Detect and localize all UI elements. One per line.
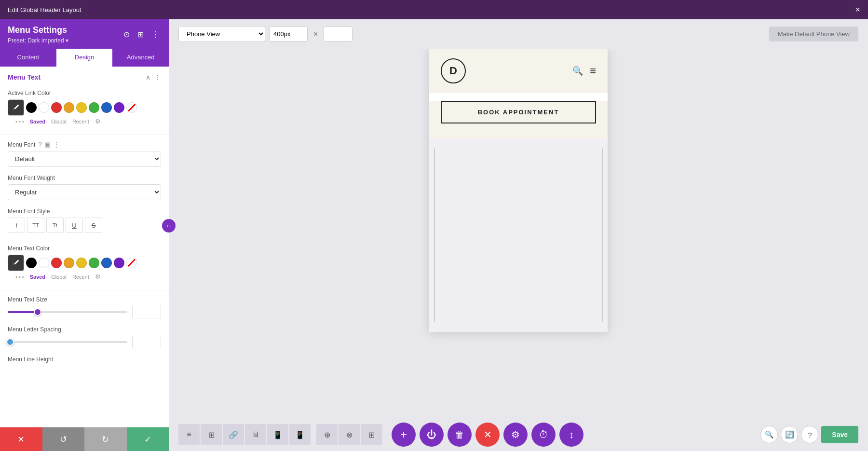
save-button[interactable]: Save [821, 426, 858, 443]
toolbar-cross-small-button[interactable]: ⊗ [339, 424, 360, 445]
color-swatch-black[interactable] [26, 102, 37, 113]
text-color-tab-dots[interactable]: • • • [15, 274, 24, 280]
toolbar-left-group: ≡ ⊞ 🔗 🖥 📱 📱 [178, 424, 311, 445]
text-color-swatch-transparent[interactable] [126, 258, 137, 268]
menu-line-height-setting: Menu Line Height [0, 352, 169, 369]
panel-icon-more[interactable]: ⋮ [149, 29, 161, 40]
color-swatch-blue[interactable] [101, 102, 112, 113]
menu-letter-spacing-setting: Menu Letter Spacing 0px [0, 322, 169, 352]
toolbar-delete-button[interactable]: 🗑 [448, 423, 472, 447]
letter-spacing-slider-thumb[interactable] [6, 338, 14, 346]
text-color-tab-recent[interactable]: Recent [72, 274, 89, 280]
canvas-area: Phone View Tablet View Desktop View × Ma… [169, 19, 868, 451]
toolbar-tablet-button[interactable]: 📱 [267, 424, 288, 445]
panel-resize-handle[interactable]: ↔ [162, 219, 176, 232]
text-color-tab-global[interactable]: Global [51, 274, 67, 280]
menu-text-size-label: Menu Text Size [8, 296, 161, 303]
text-color-tab-saved[interactable]: Saved [30, 274, 45, 280]
font-device-icon[interactable]: ▣ [45, 141, 51, 148]
text-size-slider-thumb[interactable] [34, 308, 41, 316]
toolbar-search-icon-button[interactable]: 🔍 [760, 426, 778, 443]
text-size-value-input[interactable]: 16px [132, 306, 161, 318]
toolbar-plus-small-button[interactable]: ⊕ [316, 424, 338, 445]
toolbar-refresh-icon-button[interactable]: 🔄 [781, 426, 798, 443]
top-bar-close-button[interactable]: × [855, 5, 860, 14]
section-collapse-button[interactable]: ∧ [146, 73, 150, 81]
menu-font-style-setting: Menu Font Style I TT Tt U S [0, 204, 169, 237]
toolbar-desktop-button[interactable]: 🖥 [245, 424, 266, 445]
text-color-picker-button[interactable] [8, 255, 24, 271]
undo-button[interactable]: ↺ [42, 427, 85, 451]
panel-preset[interactable]: Preset: Dark imported ▾ [8, 37, 122, 44]
search-icon[interactable]: 🔍 [572, 66, 583, 76]
text-color-swatch-red[interactable] [51, 258, 62, 268]
panel-icon-grid[interactable]: ⊞ [136, 29, 146, 40]
toolbar-link-button[interactable]: 🔗 [223, 424, 244, 445]
panel-icon-settings[interactable]: ⊙ [122, 29, 132, 40]
toolbar-menu-button[interactable]: ≡ [178, 424, 200, 445]
tab-advanced[interactable]: Advanced [112, 49, 169, 67]
view-extra-input[interactable] [324, 27, 353, 41]
section-more-button[interactable]: ⋮ [154, 73, 161, 81]
letter-spacing-slider-track[interactable] [8, 341, 127, 343]
toolbar-settings-button[interactable]: ⚙ [503, 423, 528, 447]
text-color-swatch-yellow[interactable] [76, 258, 87, 268]
book-appointment-button[interactable]: BOOK APPOINTMENT [441, 101, 596, 123]
text-color-swatch-orange[interactable] [64, 258, 74, 268]
text-size-slider-track[interactable] [8, 311, 127, 313]
color-swatch-white[interactable] [39, 102, 49, 113]
hamburger-menu-icon[interactable]: ≡ [590, 65, 596, 77]
toolbar-sort-button[interactable]: ↕ [559, 423, 583, 447]
font-style-uppercase[interactable]: TT [27, 218, 44, 233]
view-width-input[interactable] [269, 27, 308, 41]
close-discard-button[interactable]: ✕ [0, 427, 42, 451]
color-swatch-green[interactable] [89, 102, 99, 113]
view-width-clear-button[interactable]: × [312, 30, 320, 39]
menu-text-size-setting: Menu Text Size 16px [0, 292, 169, 322]
color-picker-button[interactable] [8, 99, 24, 116]
color-tab-saved[interactable]: Saved [30, 119, 45, 124]
toolbar-phone-button[interactable]: 📱 [289, 424, 311, 445]
color-tab-recent[interactable]: Recent [72, 119, 89, 124]
tab-design[interactable]: Design [56, 49, 113, 67]
letter-spacing-value-input[interactable]: 0px [132, 336, 161, 348]
toolbar-power-button[interactable]: ⏻ [420, 423, 444, 447]
color-tab-dots[interactable]: • • • [15, 119, 24, 124]
panel-title: Menu Settings [8, 25, 122, 35]
text-color-swatch-blue[interactable] [101, 258, 112, 268]
color-tab-global[interactable]: Global [51, 119, 67, 124]
font-more-icon[interactable]: ⋮ [54, 141, 60, 148]
redo-button[interactable]: ↻ [84, 427, 127, 451]
save-check-button[interactable]: ✓ [127, 427, 169, 451]
menu-font-weight-select[interactable]: Regular Bold Light [8, 184, 161, 200]
font-help-icon[interactable]: ? [38, 141, 41, 148]
color-swatch-orange[interactable] [64, 102, 74, 113]
toolbar-grid-button[interactable]: ⊞ [201, 424, 222, 445]
text-color-swatch-purple[interactable] [114, 258, 124, 268]
text-color-swatch-black[interactable] [26, 258, 37, 268]
text-color-swatch-green[interactable] [89, 258, 99, 268]
view-select[interactable]: Phone View Tablet View Desktop View [178, 26, 265, 42]
font-style-capitalize[interactable]: Tt [46, 218, 64, 233]
color-swatch-transparent[interactable] [126, 102, 137, 113]
toolbar-help-icon-button[interactable]: ? [801, 426, 818, 443]
phone-icons-row: 🔍 ≡ [572, 65, 596, 77]
font-style-italic[interactable]: I [8, 218, 25, 233]
font-style-strikethrough[interactable]: S [85, 218, 102, 233]
text-color-swatch-white[interactable] [39, 258, 49, 268]
toolbar-grid2-button[interactable]: ⊞ [361, 424, 382, 445]
toolbar-close-button[interactable]: ✕ [475, 423, 500, 447]
color-swatch-red[interactable] [51, 102, 62, 113]
color-swatch-yellow[interactable] [76, 102, 87, 113]
top-bar-title: Edit Global Header Layout [8, 6, 81, 14]
make-default-view-button[interactable]: Make Default Phone View [769, 27, 858, 41]
toolbar-clock-button[interactable]: ⏱ [531, 423, 556, 447]
color-gear-icon[interactable]: ⚙ [95, 118, 101, 125]
menu-font-weight-label: Menu Font Weight [8, 175, 161, 181]
color-swatch-purple[interactable] [114, 102, 124, 113]
menu-font-select[interactable]: Default Arial Georgia [8, 151, 161, 167]
toolbar-add-button[interactable]: + [392, 423, 416, 447]
text-color-gear-icon[interactable]: ⚙ [95, 273, 101, 280]
tab-content[interactable]: Content [0, 49, 56, 67]
font-style-underline[interactable]: U [66, 218, 83, 233]
